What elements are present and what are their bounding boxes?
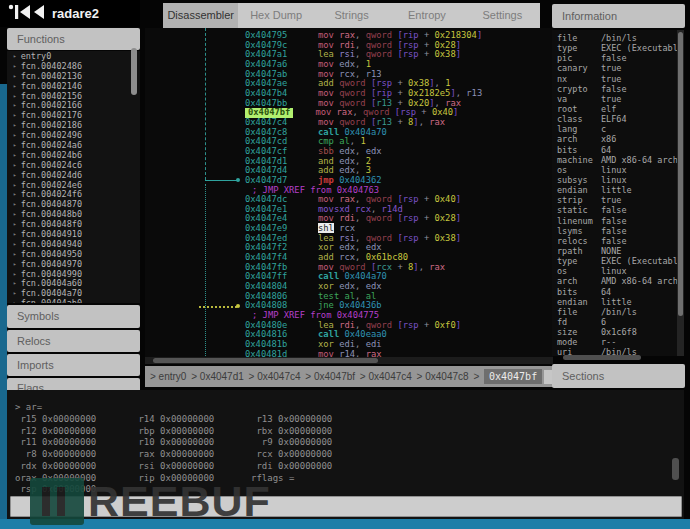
info-key: fd [557,317,601,327]
breadcrumb-item[interactable]: > 0x4047bf [305,371,358,382]
relocs-panel-header[interactable]: Relocs [7,330,140,352]
function-item[interactable]: ▸fcn.004024d6 [7,170,140,180]
info-key: crypto [557,84,601,94]
asm-token: 0x2182e5 [408,88,450,98]
disassembly-hscrollbar-thumb[interactable] [153,358,378,363]
info-key: type [557,256,601,266]
function-item[interactable]: ▸fcn.00404910 [7,229,140,239]
tab-strings[interactable]: Strings [314,3,389,28]
function-item[interactable]: ▸fcn.00404870 [7,199,140,209]
breadcrumb-item[interactable]: > 0x4047c4 [249,371,304,382]
information-hscrollbar-thumb[interactable] [563,355,641,360]
asm-token: , [435,78,446,88]
asm-token: + [419,49,435,59]
function-item[interactable]: ▸entry0 [7,51,140,61]
imports-panel-header[interactable]: Imports [7,354,140,376]
asm-token: test [318,291,344,301]
function-name: fcn.00404970 [21,259,82,269]
function-item[interactable]: ▸fcn.00402186 [7,120,140,130]
information-vscrollbar[interactable] [677,30,684,356]
breadcrumb-item[interactable]: > 0x4047c4 [360,371,415,382]
function-item[interactable]: ▸fcn.00402166 [7,100,140,110]
asm-token: ] [456,49,461,59]
window-bottom-border [0,519,690,529]
function-item[interactable]: ▸fcn.00404a60 [7,278,140,288]
asm-token: edx [339,146,355,156]
information-vscrollbar-thumb[interactable] [678,32,683,316]
functions-panel-header[interactable]: Functions [7,28,140,50]
info-value: AMD x86-64 arch [601,276,677,286]
function-item[interactable]: ▸fcn.004048f0 [7,219,140,229]
function-name: fcn.004024e6 [21,180,82,190]
asm-token: rsp [403,233,419,243]
function-item[interactable]: ▸fcn.00402486 [7,61,140,71]
function-item[interactable]: ▸fcn.004024a6 [7,140,140,150]
disassembly-hscrollbar[interactable] [145,357,553,364]
function-bullet-icon: ▸ [13,72,17,79]
instruction-address[interactable]: 0x40481d [245,350,318,357]
function-item[interactable]: ▸fcn.00402146 [7,81,140,91]
information-panel-header[interactable]: Information [552,4,685,28]
function-item[interactable]: ▸fcn.00404970 [7,259,140,269]
asm-token: + [392,78,408,88]
functions-scrollbar-thumb[interactable] [131,48,137,95]
function-item[interactable]: ▸fcn.004024c6 [7,160,140,170]
function-item[interactable]: ▸fcn.004048b0 [7,209,140,219]
function-bullet-icon: ▸ [13,151,17,158]
function-item[interactable]: ▸fcn.00402176 [7,110,140,120]
function-item[interactable]: ▸fcn.004024f6 [7,189,140,199]
disassembly-view[interactable]: 0x404795mov rax, qword [rip + 0x218304]0… [145,28,553,357]
info-row: rpathNONE [552,246,677,256]
info-value: c [601,124,606,134]
asm-token: 0x218304 [435,30,477,40]
function-bullet-icon: ▸ [13,181,17,188]
function-bullet-icon: ▸ [13,279,17,286]
disasm-line[interactable]: 0x40481dmov r14, rax [145,350,553,357]
console-vscrollbar-thumb[interactable] [672,458,679,480]
asm-token: r13 [366,69,382,79]
info-value: linux [601,266,627,276]
tab-hex-dump[interactable]: Hex Dump [238,3,313,28]
function-item[interactable]: ▸fcn.00404940 [7,239,140,249]
asm-token: lea [318,320,339,330]
asm-token: ] [477,30,482,40]
asm-token: rsp [376,78,392,88]
function-item[interactable]: ▸fcn.00404990 [7,269,140,279]
asm-token: 0x20 [408,98,429,108]
symbols-panel-header[interactable]: Symbols [7,305,140,328]
asm-token: 1 [366,59,371,69]
asm-token: + [419,320,435,330]
function-bullet-icon: ▸ [13,289,17,296]
tab-disassembler[interactable]: Disassembler [163,3,238,28]
asm-token: xor [318,242,339,252]
asm-token: mov [318,262,339,272]
asm-token: add [318,78,339,88]
radare2-logo-icon [8,4,46,24]
breadcrumb-item[interactable]: > entry0 [150,371,189,382]
function-item[interactable]: ▸fcn.00402496 [7,130,140,140]
breadcrumb-item[interactable]: > 0x4047d1 [191,371,246,382]
breadcrumb-current[interactable]: 0x4047bf [484,369,542,384]
breadcrumb-item[interactable]: > 0x4047c8 [417,371,472,382]
asm-token: qword [339,262,371,272]
function-item[interactable]: ▸fcn.00404950 [7,249,140,259]
function-item[interactable]: ▸fcn.004024e6 [7,180,140,190]
info-value: false [601,226,627,236]
function-item[interactable]: ▸fcn.004024b6 [7,150,140,160]
command-input[interactable] [10,496,682,517]
info-key: bits [557,287,601,297]
function-item[interactable]: ▸fcn.00402136 [7,71,140,81]
function-item[interactable]: ▸fcn.00404ab0 [7,298,140,303]
function-bullet-icon: ▸ [13,230,17,237]
breadcrumb: > entry0 > 0x4047d1 > 0x4047c4 > 0x4047b… [145,366,553,387]
sections-panel-header[interactable]: Sections [552,364,685,388]
function-item[interactable]: ▸fcn.00402156 [7,91,140,101]
function-item[interactable]: ▸fcn.00404a70 [7,288,140,298]
info-row: oslinux [552,266,677,276]
asm-token: 0x40436b [339,300,381,310]
tab-settings[interactable]: Settings [465,3,540,28]
asm-token: edx [339,281,355,291]
asm-token: + [392,117,408,127]
tab-entropy[interactable]: Entropy [389,3,464,28]
asm-token: rcx [339,223,355,233]
